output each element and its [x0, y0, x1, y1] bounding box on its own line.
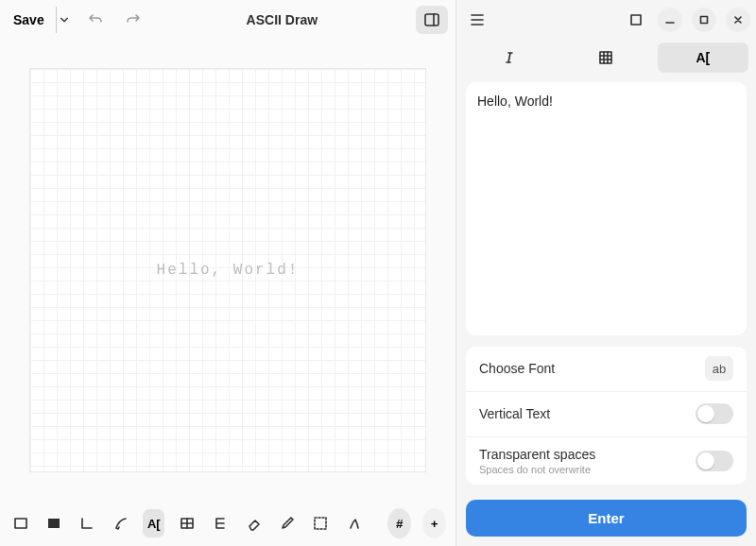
- tool-freehand[interactable]: [110, 509, 131, 537]
- panel-tabs: A[: [456, 39, 756, 76]
- tree-icon: [213, 516, 228, 531]
- drawing-canvas[interactable]: Hello, World!: [29, 68, 426, 472]
- grid-icon: [599, 51, 612, 64]
- left-header: Save ASCII Draw: [0, 0, 455, 40]
- minimize-icon: [665, 15, 675, 25]
- close-icon: [733, 15, 743, 25]
- redo-button[interactable]: [118, 5, 148, 35]
- tool-filled-rectangle[interactable]: [43, 509, 64, 537]
- transparent-spaces-switch[interactable]: [696, 451, 733, 471]
- picker-icon: [280, 516, 295, 531]
- vertical-text-label: Vertical Text: [479, 406, 688, 421]
- rectangle-icon: [13, 516, 28, 531]
- main-menu-button[interactable]: [462, 5, 492, 35]
- tool-text[interactable]: A[: [143, 509, 164, 537]
- move-icon: [347, 516, 362, 531]
- enter-button[interactable]: Enter: [466, 500, 747, 537]
- select-icon: [313, 516, 328, 531]
- svg-rect-11: [631, 15, 641, 25]
- font-preview-chip: ab: [705, 356, 733, 381]
- redo-icon: [126, 12, 141, 27]
- app-title: ASCII Draw: [150, 12, 414, 27]
- transparent-spaces-label: Transparent spaces: [479, 447, 688, 462]
- maximize-button[interactable]: [692, 8, 716, 32]
- tab-style[interactable]: [464, 43, 555, 73]
- line-icon: [79, 516, 94, 531]
- vertical-text-switch[interactable]: [696, 403, 733, 424]
- chevron-down-icon: [60, 15, 69, 25]
- tool-tree[interactable]: [210, 509, 232, 537]
- minimize-button[interactable]: [658, 8, 682, 32]
- canvas-preview-text: Hello, World!: [157, 262, 300, 279]
- hamburger-icon: [470, 13, 485, 26]
- italic-icon: [502, 51, 517, 64]
- choose-font-row[interactable]: Choose Font ab: [466, 347, 747, 392]
- close-button[interactable]: [726, 8, 750, 32]
- right-pane: A[ Choose Font ab Vertical Text Transpar…: [455, 0, 756, 546]
- text-tool-icon: A[: [147, 517, 161, 531]
- save-menu-dropdown[interactable]: [56, 7, 73, 33]
- tab-text[interactable]: A[: [658, 43, 748, 73]
- tool-picker[interactable]: [276, 509, 298, 537]
- add-button[interactable]: +: [422, 508, 446, 538]
- tool-line[interactable]: [77, 509, 98, 537]
- tool-eraser[interactable]: [243, 509, 265, 537]
- tab-grid[interactable]: [560, 43, 651, 73]
- save-button[interactable]: Save: [6, 7, 52, 33]
- right-header: [456, 0, 756, 39]
- text-input-card: [466, 82, 747, 335]
- choose-font-label: Choose Font: [479, 361, 697, 376]
- svg-rect-7: [315, 518, 326, 529]
- text-input[interactable]: [477, 94, 735, 324]
- svg-rect-2: [15, 519, 26, 528]
- filled-rectangle-icon: [46, 516, 61, 531]
- transparent-spaces-hint: Spaces do not overwrite: [479, 464, 688, 475]
- window-toggle-button[interactable]: [624, 8, 648, 32]
- tool-rectangle[interactable]: [9, 509, 31, 537]
- canvas-area: Hello, World!: [0, 40, 455, 501]
- character-button[interactable]: #: [387, 508, 411, 538]
- svg-rect-0: [425, 14, 438, 26]
- maximize-icon: [699, 15, 709, 25]
- plus-icon: +: [431, 517, 438, 531]
- svg-rect-13: [701, 16, 708, 23]
- vertical-text-row: Vertical Text: [466, 392, 747, 437]
- text-tab-icon: A[: [696, 50, 710, 65]
- undo-button[interactable]: [80, 5, 111, 35]
- eraser-icon: [247, 516, 262, 531]
- tool-table[interactable]: [176, 509, 198, 537]
- left-pane: Save ASCII Draw Hello, World! A[ #: [0, 0, 455, 546]
- table-icon: [180, 516, 195, 531]
- svg-rect-3: [48, 519, 60, 528]
- tool-select[interactable]: [310, 509, 332, 537]
- tools-toolbar: A[ # +: [0, 501, 455, 546]
- panel-icon: [424, 13, 439, 26]
- toggle-sidebar-button[interactable]: [416, 6, 448, 34]
- hash-icon: #: [396, 517, 403, 531]
- svg-rect-14: [600, 52, 611, 63]
- undo-icon: [88, 12, 103, 27]
- text-options-card: Choose Font ab Vertical Text Transparent…: [466, 347, 747, 485]
- tool-move[interactable]: [343, 509, 365, 537]
- transparent-spaces-row: Transparent spaces Spaces do not overwri…: [466, 437, 747, 485]
- square-icon: [630, 14, 642, 26]
- brush-icon: [113, 516, 129, 531]
